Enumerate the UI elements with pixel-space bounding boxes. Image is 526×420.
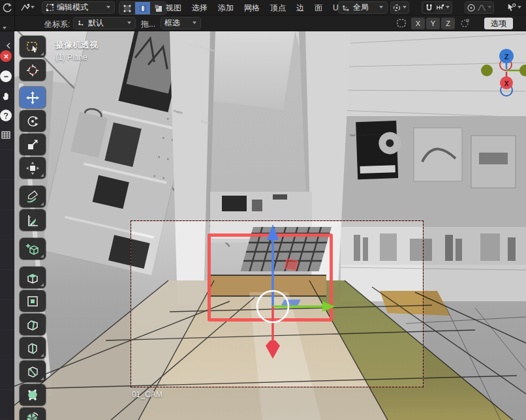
proportional-edit-icon[interactable]	[467, 3, 476, 12]
symmetry-y-toggle[interactable]: Y	[426, 18, 440, 29]
tool-spin[interactable]	[20, 408, 46, 420]
proportional-edit-controls	[465, 1, 494, 14]
cycle-arrow-icon[interactable]	[1, 1, 14, 17]
transform-orientation-dropdown[interactable]: 全局	[338, 1, 388, 14]
orientation-label: 全局	[353, 2, 377, 13]
select-mode-buttons	[119, 1, 166, 15]
chevron-down-icon	[106, 5, 111, 10]
chevron-down-icon	[379, 5, 384, 10]
close-x-icon[interactable]	[0, 50, 12, 62]
coordinate-system-dropdown[interactable]: 默认	[73, 17, 136, 29]
symmetry-x-toggle[interactable]: X	[411, 18, 425, 29]
edge-select-icon[interactable]	[135, 2, 150, 14]
viewport-3d[interactable]: 摄像机透视 (1) Plane 01_CAM BORN TO ROAM Over…	[14, 31, 526, 420]
menu-face[interactable]: 面	[309, 0, 328, 16]
mode-selector-dropdown[interactable]: 编辑模式	[42, 1, 115, 14]
tool-bevel[interactable]	[20, 314, 46, 335]
blender-window: 编辑模式 视图 选择 添加 网格 顶点 边 面 UV 全局	[0, 0, 526, 420]
vertex-select-icon[interactable]	[119, 2, 134, 14]
falloff-curve-icon[interactable]	[477, 3, 486, 12]
drag-label: 拖...	[141, 19, 155, 30]
coordinate-system-value: 默认	[88, 18, 125, 29]
navigation-gizmo[interactable]: Z X	[471, 38, 526, 97]
header-divider	[14, 16, 15, 31]
tool-move[interactable]	[20, 87, 46, 108]
nav-y-ball[interactable]	[481, 65, 493, 76]
coordinate-system-label: 坐标系:	[44, 19, 70, 30]
menu-vertex[interactable]: 顶点	[265, 0, 291, 16]
cursor-visibility-icon	[506, 3, 516, 12]
menu-view[interactable]: 视图	[161, 0, 187, 16]
orientation-axes-icon	[342, 3, 350, 12]
hand-icon[interactable]	[0, 90, 12, 102]
tool-measure[interactable]	[20, 209, 46, 231]
menu-select[interactable]: 选择	[187, 0, 213, 16]
tool-cursor[interactable]	[20, 59, 46, 81]
header-divider	[14, 0, 15, 16]
edit-mode-icon	[46, 3, 54, 12]
viewport-header: 编辑模式 视图 选择 添加 网格 顶点 边 面 UV 全局	[0, 0, 526, 16]
editor-type-dropdown[interactable]	[18, 1, 37, 14]
tool-extrude-region[interactable]	[20, 267, 46, 288]
options-button[interactable]: 选项	[484, 18, 513, 29]
snap-controls	[422, 1, 452, 14]
view-name-label: 摄像机透视	[55, 39, 98, 51]
snap-increment-icon[interactable]	[436, 3, 444, 12]
tool-annotate[interactable]	[20, 186, 46, 207]
pivot-point-icon	[392, 3, 401, 12]
chevron-down-icon	[518, 5, 522, 10]
nav-z-label: Z	[504, 53, 509, 61]
tool-poly-build[interactable]	[20, 384, 46, 406]
active-object-label: (1) Plane	[55, 53, 87, 62]
gizmo-plane-xz[interactable]	[285, 258, 298, 270]
chevron-down-icon	[31, 5, 35, 10]
tool-inset-faces[interactable]	[20, 290, 46, 312]
box-select-value: 框选	[164, 18, 190, 29]
minus-circle-icon[interactable]	[0, 70, 12, 82]
collapse-chevron-icon[interactable]	[5, 42, 12, 50]
box-select-mode-dropdown[interactable]: 框选	[161, 17, 201, 29]
dashed-circle-icon[interactable]	[459, 18, 470, 29]
left-edge-panel	[0, 31, 14, 420]
menubar: 视图 选择 添加 网格 顶点 边 面 UV	[161, 0, 349, 16]
mode-label: 编辑模式	[57, 2, 104, 13]
magnet-icon[interactable]	[424, 3, 435, 12]
tool-box-select[interactable]	[20, 36, 46, 57]
gizmo-visibility-dropdown[interactable]	[505, 1, 523, 14]
chevron-down-icon[interactable]	[3, 26, 7, 31]
pivot-point-dropdown[interactable]	[390, 1, 409, 14]
tool-add-cube[interactable]	[20, 238, 46, 260]
gizmo-y-arrowhead[interactable]	[322, 301, 335, 312]
menu-add[interactable]: 添加	[213, 0, 239, 16]
tool-settings-bar: 坐标系: 默认 拖... 框选 X Y Z 选项	[0, 16, 526, 31]
move-gizmo[interactable]	[208, 181, 364, 370]
tool-transform[interactable]	[20, 157, 46, 179]
chevron-down-icon	[127, 21, 132, 25]
chevron-down-icon	[403, 5, 407, 10]
chevron-down-icon	[193, 21, 197, 25]
chevron-down-icon	[487, 5, 492, 10]
butterfly-symmetry-icon[interactable]	[395, 18, 407, 29]
tool-rotate[interactable]	[20, 110, 46, 132]
gizmo-z-arrowhead[interactable]	[267, 224, 279, 240]
menu-mesh[interactable]: 网格	[239, 0, 265, 16]
cursor-orientation-icon	[77, 19, 85, 27]
question-icon[interactable]	[0, 110, 12, 121]
nav-x-label: X	[504, 80, 509, 87]
menu-edge[interactable]: 边	[291, 0, 309, 16]
tool-loop-cut[interactable]	[20, 337, 46, 359]
symmetry-z-toggle[interactable]: Z	[441, 18, 455, 29]
tool-scale[interactable]	[20, 134, 46, 155]
chevron-down-icon	[446, 5, 450, 10]
grid-icon[interactable]	[0, 129, 12, 141]
gizmo-x-arrowhead[interactable]	[266, 340, 280, 359]
tool-knife[interactable]	[20, 361, 46, 382]
nav-y2-ball[interactable]	[519, 65, 526, 76]
camera-name-label: 01_CAM	[132, 390, 162, 399]
